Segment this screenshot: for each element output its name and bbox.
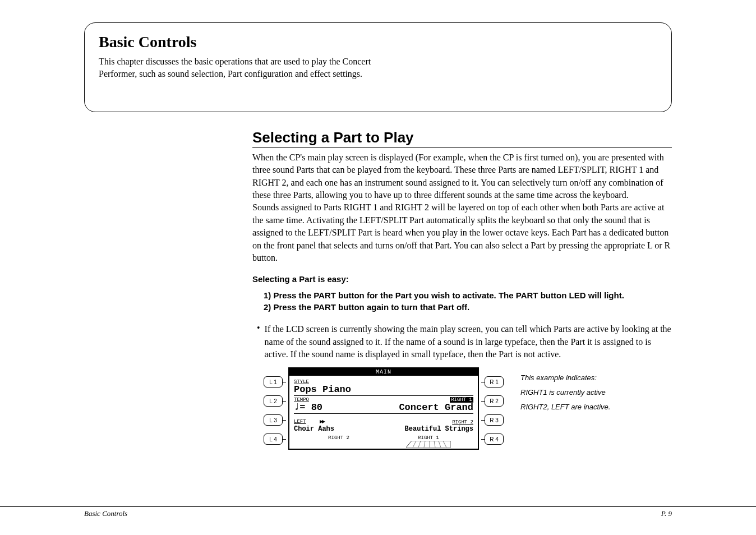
- lcd-footer-right1: RIGHT 1: [384, 435, 473, 441]
- button-r3: R 3: [485, 414, 504, 426]
- lcd-right2-label: RIGHT 2: [452, 419, 473, 425]
- section-title: Selecting a Part to Play: [252, 129, 672, 148]
- section-paragraph-1: When the CP's main play screen is displa…: [252, 153, 664, 200]
- button-r1: R 1: [485, 376, 504, 388]
- step-1: 1) Press the PART button for the Part yo…: [264, 289, 672, 301]
- diagram-caption: This example indicates: RIGHT1 is curren…: [520, 367, 610, 414]
- page-footer: Basic Controls P. 9: [0, 506, 756, 518]
- button-l4: L 4: [264, 433, 283, 445]
- button-r4: R 4: [485, 433, 504, 445]
- arrow-icon: ▶▶: [320, 419, 324, 424]
- lcd-assembly: L 1 L 2 L 3 L 4 MAIN STYLE Pops Piano: [264, 367, 504, 450]
- lcd-footer-right2: RIGHT 2: [294, 435, 384, 441]
- footer-page-number: P. 9: [661, 509, 672, 518]
- diagram-area: L 1 L 2 L 3 L 4 MAIN STYLE Pops Piano: [264, 367, 672, 450]
- bullet-marker: •: [257, 323, 260, 361]
- footer-left: Basic Controls: [84, 509, 127, 518]
- section-body: When the CP's main play screen is displa…: [252, 151, 672, 265]
- subheading: Selecting a Part is easy:: [252, 274, 672, 284]
- lcd-row-1: STYLE Pops Piano: [294, 378, 473, 396]
- section-paragraph-2: Sounds assigned to Parts RIGHT 1 and RIG…: [252, 202, 670, 262]
- chapter-title: Basic Controls: [99, 33, 657, 51]
- lcd-screen: MAIN STYLE Pops Piano TEMPO: [288, 367, 479, 450]
- steps-list: 1) Press the PART button for the Part yo…: [264, 289, 672, 313]
- right-side-buttons: R 1 R 2 R 3 R 4: [481, 367, 504, 445]
- keyboard-icon: [406, 441, 451, 448]
- lcd-tempo-value: ♩= 80: [294, 403, 322, 412]
- lcd-footer-row: RIGHT 2 RIGHT 1: [289, 434, 478, 441]
- section-content: Selecting a Part to Play When the CP's m…: [252, 129, 672, 450]
- caption-line-3: RIGHT2, LEFT are inactive.: [520, 400, 610, 414]
- lcd-right2-value: Beautiful Strings: [405, 425, 473, 433]
- button-l1: L 1: [264, 376, 283, 388]
- button-l3: L 3: [264, 414, 283, 426]
- button-r2: R 2: [485, 395, 504, 407]
- lcd-left-value: Choir Aahs: [294, 425, 334, 433]
- step-2: 2) Press the PART button again to turn t…: [264, 301, 672, 313]
- chapter-box: Basic Controls This chapter discusses th…: [84, 22, 672, 112]
- lcd-row-3: LEFT ▶▶ Choir Aahs RIGHT 2 Beautiful Str…: [294, 414, 473, 434]
- lcd-row-2: TEMPO ♩= 80 RIGHT 1 Concert Grand: [294, 396, 473, 414]
- left-side-buttons: L 1 L 2 L 3 L 4: [264, 367, 286, 445]
- caption-line-2: RIGHT1 is currently active: [520, 385, 610, 400]
- lcd-right1-value: Concert Grand: [399, 403, 473, 412]
- lcd-style-value: Pops Piano: [294, 385, 351, 394]
- bullet-item: • If the LCD screen is currently showing…: [257, 323, 672, 361]
- button-l2: L 2: [264, 395, 283, 407]
- chapter-description: This chapter discusses the basic operati…: [99, 56, 379, 81]
- lcd-header: MAIN: [289, 368, 478, 376]
- bullet-text: If the LCD screen is currently showing t…: [265, 323, 672, 361]
- caption-line-1: This example indicates:: [520, 371, 610, 385]
- lcd-left-label: LEFT: [294, 419, 306, 425]
